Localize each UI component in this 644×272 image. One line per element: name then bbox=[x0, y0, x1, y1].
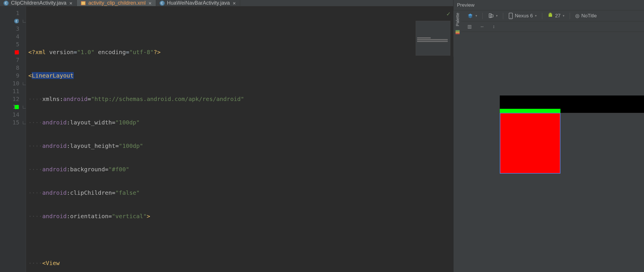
gutter: 1 2 C 3 4 5 6 7 8 9 10 11 12 13 bbox=[0, 6, 26, 272]
code-line: ····android:layout_width="100dp" bbox=[28, 119, 453, 126]
layers-icon[interactable]: ▾ bbox=[467, 13, 477, 19]
tab-label: activity_clip_children.xml bbox=[88, 0, 146, 6]
svg-rect-12 bbox=[456, 32, 460, 33]
svg-rect-11 bbox=[456, 33, 460, 34]
preview-canvas[interactable] bbox=[454, 32, 644, 272]
svg-marker-3 bbox=[468, 15, 473, 18]
vzoom-icon[interactable]: ↕ bbox=[493, 24, 495, 29]
preview-pane: Preview ▾ ▾ Nexus 6 ▾ 27 ▾ ◎ NoTitle bbox=[453, 0, 644, 272]
gutter-line: 14 bbox=[0, 111, 26, 119]
gutter-line: 11 bbox=[0, 87, 26, 95]
gutter-line: 12 bbox=[0, 95, 26, 103]
android-icon bbox=[547, 12, 553, 19]
code-area[interactable]: ✓ <?xml version="1.0" encoding="utf-8"?>… bbox=[26, 6, 453, 272]
code-line: ····android:background="#f00" bbox=[28, 166, 453, 173]
code-line: <LinearLayout bbox=[28, 72, 453, 80]
device-label: Nexus 6 bbox=[515, 13, 533, 19]
editor-pane: C ClipChildrenActivity.java × activity_c… bbox=[0, 0, 453, 272]
close-icon[interactable]: × bbox=[148, 0, 152, 6]
class-icon: C bbox=[3, 1, 9, 6]
preview-linearlayout[interactable] bbox=[500, 113, 560, 174]
color-chip-green[interactable] bbox=[15, 105, 19, 109]
svg-rect-8 bbox=[549, 15, 552, 17]
palette-rail: Palette bbox=[453, 10, 461, 57]
gutter-line: 10 bbox=[0, 80, 26, 87]
svg-rect-5 bbox=[490, 15, 493, 17]
gutter-line: 9 bbox=[0, 72, 26, 80]
tab-activity-clip-children-xml[interactable]: activity_clip_children.xml × bbox=[77, 0, 156, 6]
theme-selector[interactable]: ◎ NoTitle bbox=[575, 13, 597, 19]
xml-icon bbox=[80, 0, 86, 6]
code-line: ····android:layout_height="100dp" bbox=[28, 142, 453, 150]
class-icon: C bbox=[160, 1, 165, 6]
api-label: 27 bbox=[555, 13, 560, 19]
minimap[interactable] bbox=[416, 21, 450, 56]
fold-icon[interactable] bbox=[23, 106, 26, 109]
editor-area[interactable]: 1 2 C 3 4 5 6 7 8 9 10 11 12 13 bbox=[0, 6, 453, 272]
code-line bbox=[28, 236, 453, 244]
gutter-line: 15 bbox=[0, 119, 26, 126]
gutter-line: 3 bbox=[0, 25, 26, 33]
svg-rect-13 bbox=[456, 30, 460, 31]
orientation-icon[interactable]: ▾ bbox=[488, 13, 498, 19]
svg-point-7 bbox=[510, 18, 511, 18]
fold-icon[interactable] bbox=[23, 121, 26, 124]
code-line: ····xmlns:android="http://schemas.androi… bbox=[28, 95, 453, 103]
tab-bar: C ClipChildrenActivity.java × activity_c… bbox=[0, 0, 453, 6]
palette-toggle[interactable]: Palette bbox=[455, 13, 460, 26]
analysis-ok-icon: ✓ bbox=[447, 10, 450, 18]
tab-label: HuaWeiNavBarActivity.java bbox=[167, 0, 230, 6]
fold-icon[interactable] bbox=[23, 82, 26, 85]
gutter-line: 5 bbox=[0, 41, 26, 48]
hzoom-icon[interactable]: ↔ bbox=[480, 24, 484, 29]
tab-label: ClipChildrenActivity.java bbox=[11, 0, 66, 6]
gutter-line: 8 bbox=[0, 64, 26, 72]
theme-label: NoTitle bbox=[581, 13, 597, 19]
svg-point-10 bbox=[551, 14, 552, 14]
gutter-line: 6 bbox=[0, 48, 26, 56]
palette-icon[interactable] bbox=[455, 30, 460, 35]
columns-icon[interactable]: ▥ bbox=[467, 24, 472, 29]
preview-title: Preview bbox=[454, 0, 644, 10]
code-line: <?xml version="1.0" encoding="utf-8"?> bbox=[28, 48, 453, 56]
tab-clipchildren-java[interactable]: C ClipChildrenActivity.java × bbox=[0, 0, 77, 6]
code-line: ····android:clipChildren="false" bbox=[28, 189, 453, 197]
api-selector[interactable]: 27 ▾ bbox=[547, 12, 565, 19]
gutter-line: 13 bbox=[0, 103, 26, 111]
color-chip-red[interactable] bbox=[15, 50, 19, 54]
close-icon[interactable]: × bbox=[232, 0, 236, 6]
gutter-line: 2 C bbox=[0, 17, 26, 25]
code-line: ····<View bbox=[28, 259, 453, 267]
fold-icon[interactable] bbox=[23, 20, 26, 23]
gutter-line: 7 bbox=[0, 56, 26, 64]
close-icon[interactable]: × bbox=[69, 0, 73, 6]
code-line: ····android:orientation="vertical"> bbox=[28, 212, 453, 220]
svg-point-9 bbox=[549, 14, 550, 14]
gutter-line: 1 bbox=[0, 9, 26, 17]
gutter-line: 4 bbox=[0, 33, 26, 41]
preview-sub-toolbar: ▥ ↔ ↕ bbox=[454, 21, 644, 32]
class-icon[interactable]: C bbox=[14, 19, 19, 23]
svg-rect-1 bbox=[82, 2, 85, 5]
globe-icon: ◎ bbox=[575, 13, 580, 19]
tab-huawei-navbar-java[interactable]: C HuaWeiNavBarActivity.java × bbox=[156, 0, 240, 6]
preview-toolbar: ▾ ▾ Nexus 6 ▾ 27 ▾ ◎ NoTitle bbox=[454, 10, 644, 21]
device-selector[interactable]: Nexus 6 ▾ bbox=[508, 13, 537, 19]
